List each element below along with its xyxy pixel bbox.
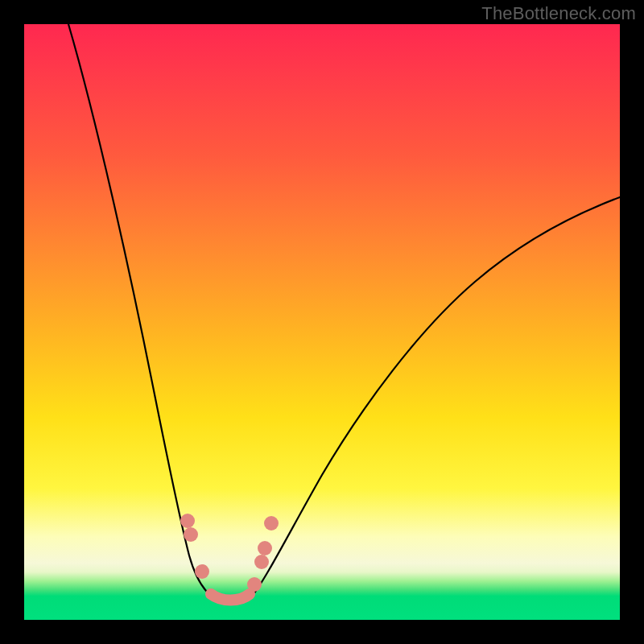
chart-frame: TheBottleneck.com <box>0 0 644 644</box>
marker-dot <box>264 516 279 530</box>
marker-dot <box>180 514 195 528</box>
marker-dot <box>254 555 269 569</box>
marker-dot <box>258 541 272 555</box>
curve-layer <box>24 24 620 620</box>
curve-right-branch <box>251 197 620 597</box>
marker-dot <box>247 577 262 592</box>
curve-left-branch <box>68 24 216 599</box>
plot-area <box>24 24 620 620</box>
watermark-text: TheBottleneck.com <box>481 3 636 24</box>
marker-flat <box>211 594 250 601</box>
marker-dot <box>184 527 198 542</box>
marker-dot <box>195 564 209 579</box>
